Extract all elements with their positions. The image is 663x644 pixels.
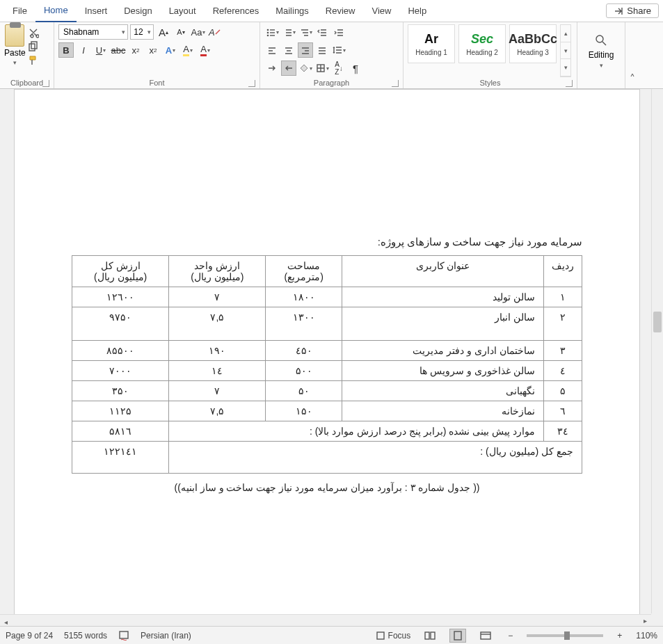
zoom-out-button[interactable]: − [505,631,516,641]
borders-button[interactable]: ▾ [314,61,330,76]
numbering-button[interactable]: ▾ [281,24,296,40]
styles-scroll-2[interactable]: ▾ [561,59,570,77]
styles-launcher[interactable] [566,80,573,87]
tab-home[interactable]: Home [35,0,77,22]
align-right-button[interactable] [298,42,313,58]
strikethrough-button[interactable]: abc [111,42,126,58]
copy-icon[interactable] [28,41,39,52]
cell-unit: ۷ [169,287,266,307]
subscript-button[interactable]: x2 [128,42,143,58]
justify-button[interactable] [314,42,330,58]
style-preview: Ar [424,32,438,47]
tab-layout[interactable]: Layout [161,1,205,22]
find-icon[interactable] [593,33,609,48]
line-spacing-button[interactable]: ▾ [331,42,346,58]
decrease-indent-button[interactable] [314,24,330,40]
text-effects-button[interactable]: A▾ [163,42,178,58]
styles-scroll-1[interactable]: ▾ [561,42,570,60]
paste-button[interactable]: Paste [4,48,26,58]
multilevel-button[interactable]: ▾ [298,24,313,40]
collapse-ribbon-button[interactable]: ˄ [625,22,639,88]
tab-insert[interactable]: Insert [77,1,116,22]
tab-design[interactable]: Design [115,1,160,22]
cell-unit: ۱٤ [169,361,266,381]
shading-button[interactable]: ▾ [298,61,313,76]
cell-area: ٤۵۰ [266,341,342,361]
spellcheck-icon[interactable] [118,630,129,641]
cut-icon[interactable] [28,27,39,38]
cell-total: ۹۷۵۰ [72,307,169,341]
zoom-in-button[interactable]: + [614,631,625,641]
table-row: ۳ساختمان اداری و دفتر مدیریت٤۵۰۱۹۰۸۵۵۰۰ [72,341,582,361]
cell-total: ۱۲۲۱٤۱ [72,442,169,474]
tab-help[interactable]: Help [399,1,435,22]
sort-button[interactable]: AZ↓ [331,61,346,76]
zoom-slider[interactable] [527,634,603,637]
scroll-thumb[interactable] [653,312,662,332]
zoom-value[interactable]: 110% [636,631,657,641]
tab-mailings[interactable]: Mailings [267,1,317,22]
focus-mode-button[interactable]: Focus [376,631,411,641]
cell-n: ٦ [544,401,582,421]
rtl-button[interactable] [281,61,296,76]
share-label: Share [627,6,651,16]
svg-point-3 [266,32,269,34]
style-card-1[interactable]: SecHeading 2 [458,24,506,63]
style-card-2[interactable]: AaBbCcHeading 3 [509,24,557,63]
table-row-contingency: ۳٤موارد پیش بینی نشده (برابر پنج درصد ار… [72,421,582,442]
superscript-button[interactable]: x2 [145,42,161,58]
table-caption: (( جدول شماره ۳ : برآورد میزان سرمایه مو… [72,482,582,493]
zoom-knob[interactable] [564,631,570,640]
styles-scroll-0[interactable]: ▴ [561,25,570,42]
font-name-combo[interactable]: Shabnam [58,24,128,40]
style-preview: AaBbCc [509,32,557,47]
paste-icon[interactable] [5,24,24,47]
language-indicator[interactable]: Persian (Iran) [141,631,191,641]
web-layout-button[interactable] [477,629,494,643]
font-size-combo[interactable]: 12 [130,24,154,40]
increase-indent-button[interactable] [331,24,346,40]
clipboard-launcher[interactable] [42,80,49,87]
show-marks-button[interactable]: ¶ [348,61,363,76]
cell-area: ۵۰۰ [266,361,342,381]
underline-button[interactable]: U▾ [93,42,109,58]
style-card-0[interactable]: ArHeading 1 [408,24,455,63]
cell-usage: سالن انبار [342,307,544,341]
font-launcher[interactable] [248,80,255,87]
page[interactable]: سرمایه مورد نیاز جهت ساخت و سازهای پروژه… [14,89,640,625]
highlight-button[interactable]: A▾ [180,42,195,58]
ltr-button[interactable] [264,61,280,76]
tab-review[interactable]: Review [317,1,364,22]
print-layout-button[interactable] [449,629,466,643]
tab-references[interactable]: References [205,1,267,22]
scroll-right-button[interactable]: ▸ [639,615,651,626]
share-button[interactable]: Share [606,3,659,18]
horizontal-scrollbar[interactable]: ◂▸ [0,614,651,626]
align-left-button[interactable] [264,42,280,58]
paragraph-launcher[interactable] [392,80,399,87]
group-styles: ArHeading 1SecHeading 2AaBbCcHeading 3▴▾… [404,22,577,88]
style-preview: Sec [471,32,493,47]
table-row: ٤سالن غذاخوری و سرویس ها۵۰۰۱٤۷۰۰۰ [72,361,582,381]
cell-area: ۱۸۰۰ [266,287,342,307]
svg-rect-12 [481,632,490,639]
page-indicator[interactable]: Page 9 of 24 [6,631,53,641]
clear-formatting-button[interactable]: A [208,24,223,40]
change-case-button[interactable]: Aa▾ [191,24,206,40]
grow-font-button[interactable]: A▴ [156,24,171,40]
italic-button[interactable]: I [76,42,91,58]
font-color-button[interactable]: A▾ [198,42,213,58]
bold-button[interactable]: B [58,42,74,58]
share-icon [614,6,623,16]
word-count[interactable]: 5155 words [64,631,107,641]
bullets-button[interactable]: ▾ [264,24,280,40]
align-center-button[interactable] [281,42,296,58]
format-painter-icon[interactable] [28,55,39,66]
read-mode-button[interactable] [422,629,438,643]
editing-button[interactable]: Editing [589,50,614,60]
tab-file[interactable]: File [4,1,35,22]
vertical-scrollbar[interactable] [651,89,663,613]
tab-view[interactable]: View [363,1,399,22]
shrink-font-button[interactable]: A▾ [173,24,189,40]
scroll-left-button[interactable]: ◂ [0,616,12,626]
